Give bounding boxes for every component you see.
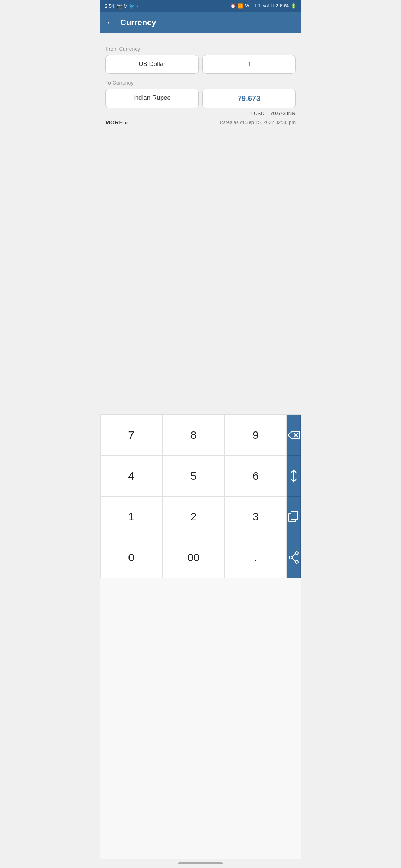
key-5[interactable]: 5 (162, 456, 224, 496)
svg-line-10 (292, 558, 295, 561)
battery-icon: 🔋 (291, 3, 296, 9)
svg-point-6 (295, 552, 298, 555)
backspace-button[interactable] (287, 415, 301, 456)
from-currency-amount[interactable]: 1 (202, 55, 296, 74)
key-0[interactable]: 0 (100, 537, 162, 578)
to-currency-amount[interactable]: 79.673 (202, 89, 296, 108)
to-currency-section: To Currency Indian Rupee 79.673 (105, 80, 296, 108)
from-currency-label: From Currency (105, 46, 296, 52)
key-00[interactable]: 00 (162, 537, 224, 578)
status-bar: 2:54 📷 M 🐦 • ⏰ 📶 VoLTE1 VoLTE2 60% 🔋 (100, 0, 301, 12)
signal-lte1: VoLTE1 (245, 3, 261, 9)
status-time: 2:54 (105, 3, 114, 9)
status-left: 2:54 📷 M 🐦 • (105, 3, 138, 9)
home-bar-indicator (178, 862, 223, 864)
alarm-icon: ⏰ (230, 3, 236, 9)
svg-line-9 (292, 554, 295, 557)
key-9[interactable]: 9 (225, 415, 287, 456)
key-3[interactable]: 3 (225, 496, 287, 537)
key-6[interactable]: 6 (225, 456, 287, 496)
share-button[interactable] (287, 537, 301, 578)
more-button[interactable]: MORE » (105, 119, 128, 125)
from-currency-row: US Dollar 1 (105, 55, 296, 74)
keypad-grid: 7 8 9 4 5 6 1 2 3 (100, 415, 301, 578)
rates-date: Rates as of Sep 15, 2022 02:30 pm (219, 119, 296, 125)
signal-lte2: VoLTE2 (263, 3, 278, 9)
rate-info: 1 USD = 79.673 INR (105, 111, 296, 116)
more-rates-row: MORE » Rates as of Sep 15, 2022 02:30 pm (105, 119, 296, 125)
to-currency-label: To Currency (105, 80, 296, 86)
home-bar (100, 859, 301, 868)
key-2[interactable]: 2 (162, 496, 224, 537)
swap-button[interactable] (287, 456, 301, 496)
key-4[interactable]: 4 (100, 456, 162, 496)
app-header: ← Currency (100, 12, 301, 33)
key-8[interactable]: 8 (162, 415, 224, 456)
status-icons: 📷 M 🐦 • (116, 3, 138, 9)
key-7[interactable]: 7 (100, 415, 162, 456)
from-currency-selector[interactable]: US Dollar (105, 55, 199, 74)
copy-button[interactable] (287, 496, 301, 537)
wifi-icon: 📶 (238, 3, 243, 9)
from-currency-section: From Currency US Dollar 1 (105, 46, 296, 74)
key-1[interactable]: 1 (100, 496, 162, 537)
battery-level: 60% (280, 3, 289, 9)
back-button[interactable]: ← (106, 18, 114, 27)
status-right: ⏰ 📶 VoLTE1 VoLTE2 60% 🔋 (230, 3, 296, 9)
key-decimal[interactable]: . (225, 537, 287, 578)
keypad: 7 8 9 4 5 6 1 2 3 (100, 414, 301, 859)
page-title: Currency (120, 18, 156, 27)
svg-rect-4 (291, 511, 298, 519)
to-currency-row: Indian Rupee 79.673 (105, 89, 296, 108)
svg-point-8 (295, 560, 298, 563)
svg-point-7 (289, 556, 292, 559)
main-content: From Currency US Dollar 1 To Currency In… (100, 33, 301, 411)
to-currency-selector[interactable]: Indian Rupee (105, 89, 199, 108)
